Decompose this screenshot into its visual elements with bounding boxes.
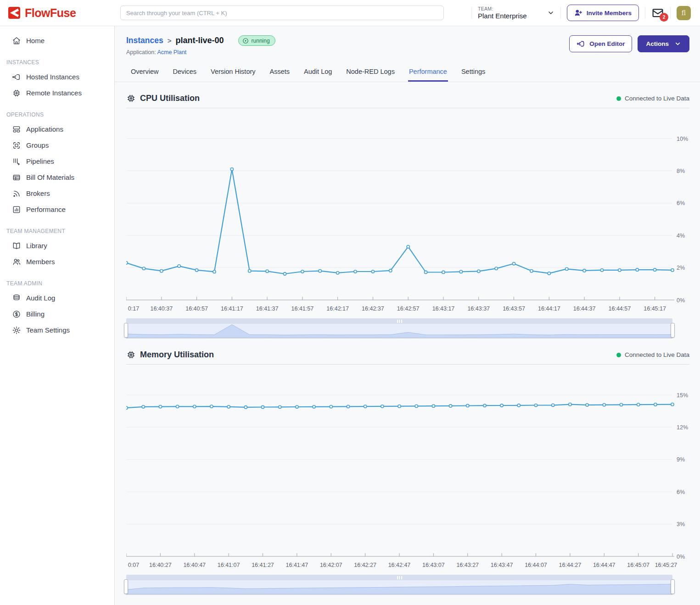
svg-text:16:42:47: 16:42:47 xyxy=(388,562,411,568)
svg-text:16:44:47: 16:44:47 xyxy=(593,562,616,568)
svg-text:16:43:07: 16:43:07 xyxy=(422,562,445,568)
svg-text:16:44:27: 16:44:27 xyxy=(559,562,582,568)
brush-drag-bar[interactable] xyxy=(126,575,672,580)
application-link[interactable]: Acme Plant xyxy=(157,49,186,56)
cpu-chart[interactable]: 0%2%4%6%8%10%0:1716:40:3716:40:5716:41:1… xyxy=(126,109,689,316)
search-input[interactable] xyxy=(120,6,444,20)
svg-text:16:43:17: 16:43:17 xyxy=(432,305,455,312)
sidebar-item-label: Remote Instances xyxy=(26,89,82,97)
svg-text:16:43:47: 16:43:47 xyxy=(491,562,513,568)
sidebar-item-performance[interactable]: Performance xyxy=(0,201,114,217)
actions-button[interactable]: Actions xyxy=(638,35,689,52)
cpu-live-status-label: Connected to Live Data xyxy=(625,95,689,102)
tab-assets[interactable]: Assets xyxy=(269,63,291,82)
svg-text:16:41:07: 16:41:07 xyxy=(218,562,240,568)
brush-handle-right[interactable] xyxy=(671,323,675,338)
svg-text:9%: 9% xyxy=(677,456,685,463)
open-editor-label: Open Editor xyxy=(589,40,625,47)
sidebar-item-bill-of-materials[interactable]: Bill Of Materials xyxy=(0,169,114,185)
pipelines-icon xyxy=(12,157,21,166)
tab-devices[interactable]: Devices xyxy=(172,63,197,82)
team-settings-icon xyxy=(12,326,21,335)
sidebar-item-remote-instances[interactable]: Remote Instances xyxy=(0,85,114,101)
svg-text:16:41:37: 16:41:37 xyxy=(256,305,279,312)
divider xyxy=(471,7,472,19)
sidebar-section-team-management: TEAM MANAGEMENT xyxy=(0,225,114,238)
tab-performance[interactable]: Performance xyxy=(408,63,448,82)
memory-section-title: Memory Utilisation xyxy=(140,350,214,360)
svg-text:10%: 10% xyxy=(677,136,688,142)
sidebar-item-audit-log[interactable]: Audit Log xyxy=(0,290,114,306)
instance-tabs: Overview Devices Version History Assets … xyxy=(115,63,700,82)
sidebar-item-library[interactable]: Library xyxy=(0,238,114,254)
tab-version-history[interactable]: Version History xyxy=(210,63,257,82)
cpu-chip-icon xyxy=(126,94,136,103)
sidebar-item-billing[interactable]: Billing xyxy=(0,306,114,322)
flowfuse-logo-icon xyxy=(8,7,21,19)
sidebar-section-operations: OPERATIONS xyxy=(0,109,114,121)
sidebar: Home INSTANCES Hosted Instances Remote I… xyxy=(0,26,115,605)
divider xyxy=(560,7,561,19)
team-selector[interactable]: TEAM: Plant Enterprise xyxy=(478,6,554,20)
brush-handle-left[interactable] xyxy=(124,579,128,594)
open-editor-button[interactable]: Open Editor xyxy=(569,35,632,52)
svg-text:0%: 0% xyxy=(677,297,685,304)
sidebar-item-members[interactable]: Members xyxy=(0,254,114,270)
svg-text:0:07: 0:07 xyxy=(128,562,139,568)
sidebar-item-groups[interactable]: Groups xyxy=(0,137,114,153)
home-icon xyxy=(12,36,21,45)
application-line: Application: Acme Plant xyxy=(126,49,275,56)
sidebar-item-label: Members xyxy=(26,258,55,266)
brush-handle-right[interactable] xyxy=(671,579,675,594)
logo-text: FlowFuse xyxy=(25,6,76,20)
applications-icon xyxy=(12,125,21,134)
cpu-chart-brush[interactable] xyxy=(126,318,672,339)
svg-text:15%: 15% xyxy=(677,392,688,399)
memory-utilisation-section: Memory Utilisation Connected to Live Dat… xyxy=(126,343,689,595)
user-avatar[interactable]: fl xyxy=(677,6,691,20)
actions-label: Actions xyxy=(646,40,669,47)
sidebar-item-applications[interactable]: Applications xyxy=(0,121,114,137)
application-label: Application: xyxy=(126,49,156,56)
main-content: Instances > plant-live-00 running Applic… xyxy=(115,26,700,605)
svg-text:16:42:37: 16:42:37 xyxy=(362,305,384,312)
svg-text:16:41:17: 16:41:17 xyxy=(221,305,243,312)
live-dot-icon xyxy=(616,96,621,101)
sidebar-item-label: Bill Of Materials xyxy=(26,173,74,181)
svg-text:12%: 12% xyxy=(677,424,688,431)
notifications-button[interactable]: 2 xyxy=(651,7,664,18)
breadcrumb-instances-link[interactable]: Instances xyxy=(126,36,163,45)
sidebar-item-team-settings[interactable]: Team Settings xyxy=(0,322,114,338)
sidebar-item-label: Billing xyxy=(26,310,45,318)
chevron-down-icon xyxy=(547,9,554,17)
svg-text:6%: 6% xyxy=(677,489,685,495)
flowfuse-logo[interactable]: FlowFuse xyxy=(0,6,115,20)
brush-drag-bar[interactable] xyxy=(126,318,672,324)
audit-log-icon xyxy=(12,294,21,303)
svg-text:16:41:27: 16:41:27 xyxy=(252,562,274,568)
svg-text:16:45:17: 16:45:17 xyxy=(644,305,666,312)
sidebar-item-brokers[interactable]: Brokers xyxy=(0,185,114,201)
page-title: plant-live-00 xyxy=(176,36,224,45)
invite-members-button[interactable]: Invite Members xyxy=(567,5,639,21)
svg-text:16:40:57: 16:40:57 xyxy=(185,305,208,312)
sidebar-item-hosted-instances[interactable]: Hosted Instances xyxy=(0,69,114,85)
brush-handle-left[interactable] xyxy=(124,323,128,338)
tab-overview[interactable]: Overview xyxy=(130,63,159,82)
tab-node-red-logs[interactable]: Node-RED Logs xyxy=(345,63,396,82)
play-circle-icon xyxy=(242,38,249,44)
tab-settings[interactable]: Settings xyxy=(460,63,486,82)
tab-audit-log[interactable]: Audit Log xyxy=(303,63,333,82)
brush-area[interactable] xyxy=(126,580,672,594)
sidebar-item-pipelines[interactable]: Pipelines xyxy=(0,153,114,169)
status-badge-label: running xyxy=(252,38,270,44)
sidebar-item-label: Groups xyxy=(26,141,49,149)
memory-chart[interactable]: 0%3%6%9%12%15%0:0716:40:2716:40:4716:41:… xyxy=(126,366,689,572)
brush-area[interactable] xyxy=(126,324,672,338)
svg-text:3%: 3% xyxy=(677,521,685,527)
svg-text:16:41:47: 16:41:47 xyxy=(286,562,308,568)
memory-chart-brush[interactable] xyxy=(126,575,672,595)
remote-instances-icon xyxy=(12,89,21,98)
sidebar-item-home[interactable]: Home xyxy=(0,33,114,49)
sidebar-section-team-admin: TEAM ADMIN xyxy=(0,278,114,290)
